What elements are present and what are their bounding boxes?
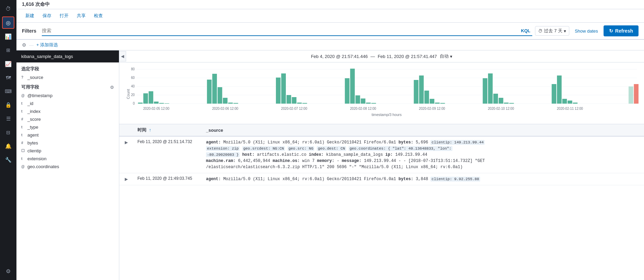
svg-rect-36	[419, 75, 424, 104]
results-table: 时间 ↑ _source ▶	[119, 124, 644, 185]
add-filter-button[interactable]: + 添加筛选	[36, 42, 58, 48]
time-picker[interactable]: ⏱ 过去 7 天 ▾	[535, 26, 569, 36]
clock-icon: ⏱	[538, 28, 543, 34]
expand-row-button[interactable]: ▶	[123, 176, 129, 182]
auto-interval-dropdown[interactable]: 自动 ▾	[440, 53, 452, 59]
available-fields-settings-icon[interactable]: ⚙	[110, 85, 114, 90]
field-item-extension[interactable]: t extension	[16, 155, 119, 163]
svg-rect-23	[276, 78, 281, 104]
field-item-index[interactable]: t _index	[16, 107, 119, 115]
sort-icon: ↑	[149, 127, 151, 132]
svg-rect-33	[366, 103, 371, 104]
field-item-clientip[interactable]: ☐ clientip	[16, 147, 119, 155]
refresh-label: Refresh	[615, 28, 633, 34]
index-name[interactable]: kibana_sample_data_logs	[16, 50, 119, 62]
expand-col-header	[119, 124, 133, 136]
nav-clock-icon[interactable]: ⏱	[2, 3, 14, 15]
nav-graph-icon[interactable]: 📈	[2, 58, 14, 70]
expand-row-button[interactable]: ▶	[123, 139, 129, 145]
svg-text:Count: Count	[126, 89, 130, 99]
svg-rect-39	[435, 103, 440, 104]
count-badge: 1,616 次命中	[16, 0, 644, 9]
svg-rect-27	[297, 103, 302, 104]
svg-text:60: 60	[131, 76, 135, 80]
expand-cell[interactable]: ▶	[119, 173, 133, 185]
nav-layers-icon[interactable]: ⊞	[2, 44, 14, 56]
svg-rect-43	[493, 94, 498, 104]
nav-compass-icon[interactable]: ◎	[2, 16, 14, 29]
svg-rect-47	[552, 84, 557, 104]
field-item-score[interactable]: # _score	[16, 115, 119, 123]
divider: —	[29, 43, 34, 48]
nav-settings-icon[interactable]: ⚙	[2, 265, 14, 277]
field-name-id: _id	[27, 101, 33, 106]
svg-text:80: 80	[131, 67, 135, 71]
nav-filter-icon[interactable]: ⊟	[2, 126, 14, 139]
time-col-label: 时间	[137, 127, 146, 132]
svg-rect-14	[154, 102, 159, 104]
svg-rect-53	[634, 84, 639, 104]
nav-map-icon[interactable]: 🗺	[2, 71, 14, 84]
expand-cell[interactable]: ▶	[119, 136, 133, 173]
top-action-bar: 新建 保存 打开 共享 检查	[16, 9, 644, 23]
field-item-source[interactable]: ? _source	[16, 73, 119, 81]
nav-lock-icon[interactable]: 🔒	[2, 99, 14, 111]
date-range-from: Feb 4, 2020 @ 21:57:41.446	[311, 54, 368, 59]
nav-dev-icon[interactable]: ⌨	[2, 85, 14, 97]
refresh-button[interactable]: ↻ Refresh	[604, 25, 639, 36]
svg-rect-17	[207, 80, 212, 104]
field-type-t4: t	[21, 133, 25, 137]
svg-rect-18	[212, 74, 217, 104]
svg-rect-31	[355, 95, 360, 104]
field-item-type[interactable]: t _type	[16, 123, 119, 131]
search-input[interactable]	[42, 28, 519, 33]
svg-text:40: 40	[131, 84, 135, 88]
filter-bar: Filters KQL ⏱ 过去 7 天 ▾ Show dates ↻ Refr…	[16, 23, 644, 40]
table-row: ▶ Feb 11, 2020 @ 21:51:14.732 agent: Moz…	[119, 136, 644, 173]
svg-rect-48	[557, 75, 562, 104]
svg-rect-20	[223, 98, 228, 104]
collapse-panel-button[interactable]: ◀	[119, 51, 126, 61]
refresh-icon: ↻	[609, 28, 613, 34]
svg-rect-40	[440, 103, 445, 104]
field-type-t3: t	[21, 125, 25, 129]
content-area: kibana_sample_data_logs 选定字段 ? _source 可…	[16, 50, 644, 280]
field-item-timestamp[interactable]: @ @timestamp	[16, 92, 119, 100]
save-button[interactable]: 保存	[39, 11, 55, 20]
time-col-header[interactable]: 时间 ↑	[133, 124, 202, 136]
field-type-hash2: #	[21, 141, 25, 145]
show-dates-button[interactable]: Show dates	[572, 27, 601, 35]
gear-icon[interactable]: ⚙	[22, 42, 26, 48]
svg-rect-25	[287, 95, 291, 104]
field-type-t2: t	[21, 109, 25, 113]
field-name-timestamp: @timestamp	[27, 93, 52, 98]
field-item-geo-coordinates[interactable]: @ geo.coordinates	[16, 163, 119, 171]
nav-alert-icon[interactable]: 🔔	[2, 140, 14, 152]
svg-rect-35	[414, 80, 418, 104]
svg-rect-15	[159, 103, 164, 104]
svg-rect-34	[372, 103, 376, 104]
inspect-button[interactable]: 检查	[90, 11, 106, 20]
new-button[interactable]: 新建	[22, 11, 38, 20]
share-button[interactable]: 共享	[73, 11, 89, 20]
source-col-header: _source	[202, 124, 644, 136]
field-name-type: _type	[27, 125, 38, 130]
svg-rect-44	[499, 98, 503, 104]
svg-rect-30	[350, 69, 355, 104]
field-name-index: _index	[27, 109, 40, 114]
main-content: 1,616 次命中 新建 保存 打开 共享 检查 Filters KQL ⏱ 过…	[16, 0, 644, 280]
nav-chart-icon[interactable]: 📊	[2, 30, 14, 43]
field-item-bytes[interactable]: # bytes	[16, 139, 119, 147]
svg-rect-46	[509, 103, 514, 104]
kql-badge[interactable]: KQL	[519, 27, 532, 34]
nav-tools-icon[interactable]: 🔧	[2, 154, 14, 166]
open-button[interactable]: 打开	[56, 11, 72, 20]
field-type-t1: t	[21, 102, 25, 105]
nav-list-icon[interactable]: ☰	[2, 113, 14, 125]
field-item-id[interactable]: t _id	[16, 100, 119, 107]
svg-rect-22	[233, 103, 238, 104]
svg-rect-11	[138, 103, 143, 104]
svg-rect-51	[573, 103, 578, 104]
date-range-separator: —	[370, 54, 375, 59]
field-item-agent[interactable]: t agent	[16, 131, 119, 139]
